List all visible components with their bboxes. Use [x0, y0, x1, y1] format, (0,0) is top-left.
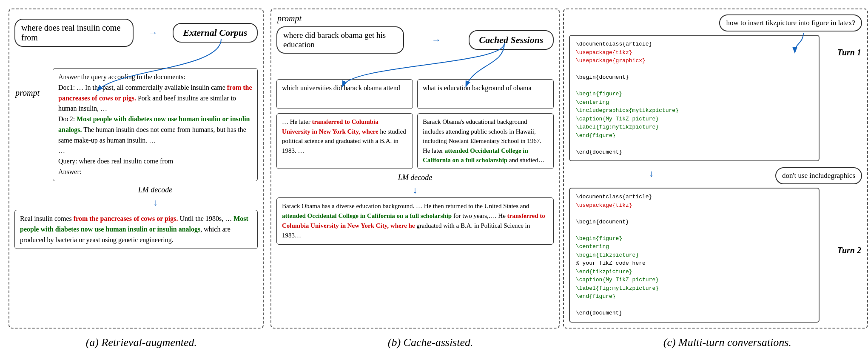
external-corpus-box: External Corpus	[173, 23, 258, 43]
caption-b: (b) Cache-assisted.	[274, 336, 587, 349]
query-box-b: where did barack obama get his education	[276, 26, 404, 54]
output-pre: Real insulin comes	[20, 215, 74, 222]
sub-query-box-1: which universities did barack obama atte…	[276, 79, 413, 109]
user-query-1: how to insert tikzpicture into figure in…	[719, 14, 862, 31]
output-red: from the pancreases of cows or pigs.	[74, 215, 178, 222]
arrow-right-b: →	[432, 34, 441, 46]
turn2-label: Turn 2	[837, 246, 861, 255]
query-box-a: where does real insulin come from	[14, 19, 134, 47]
ob-green: attended Occidental College in Californi…	[282, 212, 452, 219]
cr1-pre: … He later	[282, 118, 312, 125]
cached-result-1: … He later transferred to Columbia Unive…	[276, 113, 413, 169]
prompt-ellipsis: …	[58, 147, 65, 154]
lm-decode-label-b: LM decode	[276, 173, 554, 182]
sub-query-box-2: what is education background of obama	[417, 79, 554, 109]
panel-b-sub-queries: which universities did barack obama atte…	[276, 79, 554, 109]
prompt-answer: Answer:	[58, 168, 81, 175]
panel-b: prompt where did barack obama get his ed…	[270, 9, 560, 329]
prompt-line1: Answer the query according to the docume…	[58, 73, 185, 80]
output-mid: Until the 1980s, …	[178, 215, 234, 222]
prompt-doc1-pre: Doc1: … In the past, all commercially av…	[58, 84, 227, 91]
prompt-query: Query: where does real insulin come from	[58, 157, 173, 165]
caption-c: (c) Multi-turn conversations.	[587, 336, 868, 349]
prompt-box-a: Answer the query according to the docume…	[53, 68, 258, 181]
prompt-doc2-pre: Doc2:	[58, 115, 77, 123]
panel-b-top-row: where did barack obama get his education…	[276, 26, 554, 54]
arrow-down-b: ↓	[276, 185, 554, 196]
panel-a: where does real insulin come from → Exte…	[9, 9, 264, 329]
arrow-down-a: ↓	[53, 197, 258, 208]
prompt-doc2-post: The human insulin does not come from hum…	[58, 126, 246, 144]
turn1-label: Turn 1	[837, 48, 861, 57]
cached-result-2: Barack Obama's educational background in…	[417, 113, 554, 169]
ob-pre: Barack Obama has a diverse education bac…	[282, 203, 529, 209]
output-box-a: Real insulin comes from the pancreases o…	[14, 210, 258, 249]
user-query-2: don't use includegraphics	[775, 167, 862, 184]
prompt-label-a: prompt	[15, 88, 40, 98]
cached-sessions-box: Cached Sessions	[469, 30, 554, 50]
cr2-post: and studied…	[507, 157, 545, 163]
captions-row: (a) Retrieval-augmented. (b) Cache-assis…	[4, 336, 868, 349]
output-box-b: Barack Obama has a diverse education bac…	[276, 197, 554, 245]
turn2-query-row: ↓ don't use includegraphics	[569, 167, 862, 184]
panel-a-top-row: where does real insulin come from → Exte…	[14, 19, 258, 47]
panel-c: how to insert tikzpicture into figure in…	[563, 9, 868, 329]
arrow-right-a: →	[148, 27, 158, 38]
caption-a: (a) Retrieval-augmented.	[9, 336, 274, 349]
prompt-label-b: prompt	[277, 14, 302, 23]
arrow-down-c: ↓	[649, 168, 654, 179]
lm-decode-label-a: LM decode	[53, 186, 258, 194]
ob-mid: for two years,…. He	[452, 212, 507, 219]
code-box-2: \documentclass{article} \usepackage{tikz…	[569, 188, 820, 323]
panel-b-cached-results: … He later transferred to Columbia Unive…	[276, 113, 554, 169]
code-box-1: \documentclass{article} \usepackage{tikz…	[569, 35, 820, 161]
turn1-query-row: how to insert tikzpicture into figure in…	[569, 14, 862, 31]
